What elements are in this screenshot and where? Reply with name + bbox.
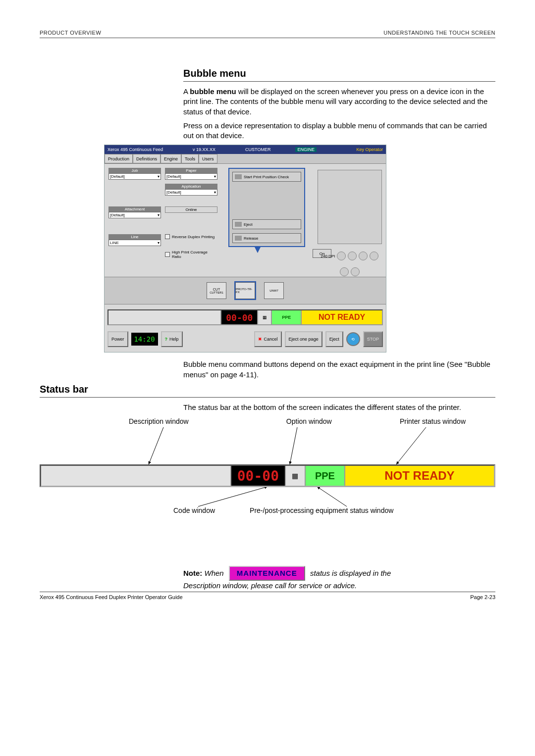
header-right: UNDERSTANDING THE TOUCH SCREEN: [383, 30, 495, 36]
help-button[interactable]: ?Help: [161, 331, 183, 347]
bottom-button-row: Power 14:20 ?Help ✖Cancel Eject one page…: [107, 329, 383, 349]
status-description: [108, 310, 221, 324]
status-icon[interactable]: [359, 252, 368, 260]
tab-engine[interactable]: Engine: [160, 154, 181, 163]
label-description-window: Description window: [129, 417, 189, 425]
svg-line-0: [149, 427, 163, 464]
page-footer: Xerox 495 Continuous Feed Duplex Printer…: [40, 592, 495, 600]
tab-tools[interactable]: Tools: [181, 154, 199, 163]
stop-button[interactable]: ⟲: [346, 332, 360, 346]
svg-line-1: [290, 427, 297, 464]
page-header: PRODUCT OVERVIEW UNDERSTANDING THE TOUCH…: [40, 30, 495, 38]
clock-display: 14:20: [131, 333, 158, 346]
tab-production[interactable]: Production: [105, 154, 133, 163]
header-left: PRODUCT OVERVIEW: [40, 30, 101, 36]
status-icon[interactable]: [337, 252, 346, 260]
section-statusbar-title: Status bar: [40, 384, 495, 398]
device-unwinder[interactable]: UNW7: [264, 282, 284, 299]
label-code-window: Code window: [173, 506, 215, 514]
print-line: CUTCUTTER1 PROTO-TR-FX UNW7: [105, 277, 386, 304]
statusbar-p1: The status bar at the bottom of the scre…: [183, 403, 495, 412]
tab-definitions[interactable]: Definitions: [133, 154, 160, 163]
checkbox-icon: [165, 234, 170, 239]
device-icons-row: 240 DPI: [318, 249, 382, 279]
status-printer: NOT READY: [302, 310, 382, 324]
maintenance-note: Note: When MAINTENANCE status is display…: [183, 566, 495, 591]
cancel-label: Cancel: [264, 337, 278, 342]
device-preview-panel: [318, 170, 382, 244]
status-icon[interactable]: [351, 267, 360, 276]
label-option-window: Option window: [286, 417, 332, 425]
power-button[interactable]: Power: [107, 331, 128, 347]
application-select[interactable]: [Default]: [165, 189, 217, 196]
attachment-label: Attachment: [108, 206, 161, 212]
job-label: Job: [108, 168, 161, 173]
status-ppe-window: PPE: [306, 466, 345, 486]
tab-bar: Production Definitions Engine Tools User…: [105, 154, 386, 164]
sb-bottom-labels: Code window Pre-/post-processing equipme…: [40, 506, 495, 514]
footer-right: Page 2-23: [470, 594, 495, 600]
status-option: ▦: [258, 310, 272, 324]
stop-label-button[interactable]: STOP: [363, 331, 383, 347]
production-panel: Job [Default] Paper [Default] Applicatio…: [108, 168, 217, 263]
b1-label: Start Print Position Check: [244, 175, 289, 179]
b3-label: Release: [244, 236, 258, 241]
status-icon[interactable]: [348, 252, 357, 260]
p1a: A: [183, 87, 190, 96]
cancel-button[interactable]: ✖Cancel: [254, 331, 282, 347]
touchscreen-screenshot: Xerox 495 Continuous Feed v 19.XX.XX CUS…: [104, 145, 386, 353]
attachment-select[interactable]: [Default]: [108, 212, 161, 218]
cutter-label: CUTTER1: [210, 291, 223, 294]
sb-top-labels: Description window Option window Printer…: [40, 417, 495, 425]
high-coverage-checkbox[interactable]: High Print Coverage Ratio: [165, 250, 217, 259]
footer-left: Xerox 495 Continuous Feed Duplex Printer…: [40, 594, 183, 600]
tab-users[interactable]: Users: [199, 154, 217, 163]
stop-icon: ⟲: [351, 337, 355, 342]
cut-label: CUT: [213, 288, 220, 291]
bubble-p1: A bubble menu will be displayed on the s…: [183, 87, 495, 117]
status-icon[interactable]: [340, 267, 349, 276]
checkbox-icon: [165, 252, 170, 257]
help-label: Help: [169, 337, 179, 342]
note-rest2: Description window, please call for serv…: [183, 581, 357, 590]
title-engine: ENGINE: [295, 147, 317, 152]
eject-button[interactable]: Eject: [325, 331, 343, 347]
bubble-start-print-check[interactable]: Start Print Position Check: [232, 172, 301, 182]
bubble-menu: Start Print Position Check Eject Release: [228, 168, 305, 247]
help-icon: ?: [165, 337, 168, 342]
device-proto[interactable]: PROTO-TR-FX: [235, 282, 255, 299]
hp-label: High Print Coverage Ratio: [172, 250, 217, 259]
paper-select[interactable]: [Default]: [165, 173, 217, 180]
statusbar-figure: Description window Option window Printer…: [40, 417, 495, 551]
printer-icon: [235, 174, 242, 179]
online-button[interactable]: Online: [165, 206, 217, 213]
job-select[interactable]: [Default]: [108, 173, 161, 180]
unw-label: UNW7: [269, 289, 278, 292]
paper-label: Paper: [165, 168, 217, 173]
note-rest1: status is displayed in the: [310, 569, 391, 577]
status-bar-large: 00-00 ▦ PPE NOT READY: [40, 464, 495, 487]
bubble-p3: Bubble menu command buttons depend on th…: [183, 359, 495, 380]
status-option-window: ▦: [286, 466, 306, 486]
app-titlebar: Xerox 495 Continuous Feed v 19.XX.XX CUS…: [105, 145, 386, 154]
svg-line-4: [317, 487, 347, 506]
reverse-duplex-checkbox[interactable]: Reverse Duplex Printing: [165, 234, 217, 239]
bubble-eject[interactable]: Eject: [232, 219, 301, 229]
section-bubble-title: Bubble menu: [183, 68, 495, 82]
label-ppe-window: Pre-/post-processing equipment status wi…: [250, 506, 393, 514]
status-description-window: [41, 466, 231, 486]
status-printer-window: NOT READY: [345, 466, 494, 486]
title-version: v 19.XX.XX: [193, 147, 215, 152]
status-icon[interactable]: [370, 252, 378, 260]
dpi-label: 240 DPI: [321, 254, 335, 258]
device-cutter[interactable]: CUTCUTTER1: [207, 282, 226, 299]
line-select[interactable]: LINE: [108, 240, 161, 246]
p1-bold: bubble menu: [190, 87, 236, 96]
eject-one-page-button[interactable]: Eject one page: [285, 331, 322, 347]
maintenance-badge: MAINTENANCE: [229, 566, 305, 581]
bubble-release[interactable]: Release: [232, 233, 301, 243]
rev-label: Reverse Duplex Printing: [172, 235, 214, 239]
title-product: Xerox 495 Continuous Feed: [107, 147, 163, 152]
b2-label: Eject: [244, 222, 253, 227]
title-key-operator: Key Operator: [356, 147, 383, 152]
